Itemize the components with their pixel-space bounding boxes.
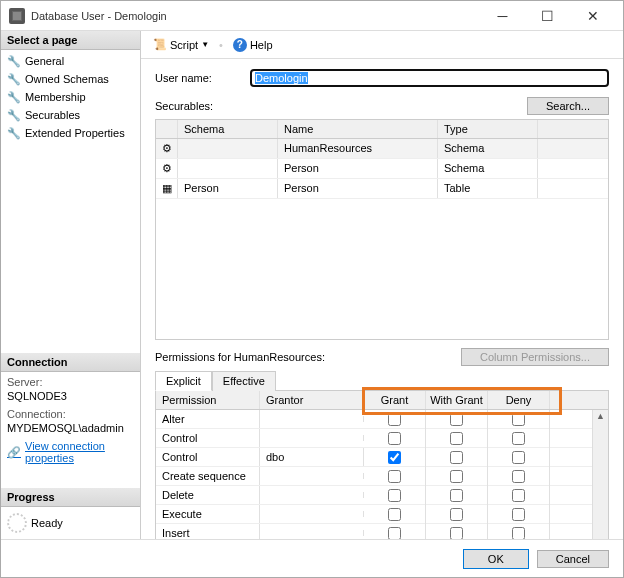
view-connection-properties-link[interactable]: 🔗View connection properties	[1, 438, 140, 466]
ok-button[interactable]: OK	[463, 549, 529, 569]
page-securables[interactable]: 🔧Securables	[1, 106, 140, 124]
permission-row[interactable]: Insert	[156, 524, 592, 539]
column-permissions-button: Column Permissions...	[461, 348, 609, 366]
footer: OK Cancel	[1, 539, 623, 577]
svg-rect-1	[13, 12, 21, 20]
connection-icon: 🔗	[7, 445, 21, 459]
with-grant-checkbox[interactable]	[450, 432, 463, 445]
with-grant-checkbox[interactable]	[450, 508, 463, 521]
permission-row[interactable]: Create sequence	[156, 467, 592, 486]
schema-icon: ⚙	[156, 159, 178, 178]
window-title: Database User - Demologin	[31, 10, 480, 22]
deny-checkbox[interactable]	[512, 508, 525, 521]
securable-row[interactable]: ⚙PersonSchema	[156, 159, 608, 179]
help-icon: ?	[233, 38, 247, 52]
tab-effective[interactable]: Effective	[212, 371, 276, 391]
with-grant-checkbox[interactable]	[450, 451, 463, 464]
permission-tabs: Explicit Effective	[155, 370, 609, 391]
col-type[interactable]: Type	[438, 120, 538, 138]
with-grant-checkbox[interactable]	[450, 470, 463, 483]
wrench-icon: 🔧	[7, 108, 21, 122]
wrench-icon: 🔧	[7, 72, 21, 86]
connection-value: MYDEMOSQL\adadmin	[1, 422, 140, 438]
script-icon: 📜	[153, 38, 167, 51]
scrollbar[interactable]: ▲ ▼	[592, 410, 608, 539]
securables-grid: Schema Name Type ⚙HumanResourcesSchema⚙P…	[155, 119, 609, 340]
permission-row[interactable]: Controldbo	[156, 448, 592, 467]
deny-checkbox[interactable]	[512, 489, 525, 502]
pages-header: Select a page	[1, 31, 140, 50]
progress-status: Ready	[31, 517, 63, 529]
server-value: SQLNODE3	[1, 390, 140, 406]
cancel-button[interactable]: Cancel	[537, 550, 609, 568]
col-name[interactable]: Name	[278, 120, 438, 138]
grant-checkbox[interactable]	[388, 508, 401, 521]
username-label: User name:	[155, 72, 250, 84]
permission-row[interactable]: Delete	[156, 486, 592, 505]
maximize-button[interactable]: ☐	[525, 1, 570, 30]
col-grant[interactable]: Grant	[364, 391, 426, 409]
with-grant-checkbox[interactable]	[450, 413, 463, 426]
connection-label: Connection:	[1, 406, 140, 422]
with-grant-checkbox[interactable]	[450, 527, 463, 540]
progress-spinner-icon	[7, 513, 27, 533]
grant-checkbox[interactable]	[388, 527, 401, 540]
close-button[interactable]: ✕	[570, 1, 615, 30]
username-input[interactable]	[250, 69, 609, 87]
securable-row[interactable]: ▦PersonPersonTable	[156, 179, 608, 199]
permission-row[interactable]: Control	[156, 429, 592, 448]
permissions-label: Permissions for HumanResources:	[155, 351, 325, 363]
permissions-grid: Permission Grantor Grant With Grant Deny…	[155, 391, 609, 539]
app-icon	[9, 8, 25, 24]
with-grant-checkbox[interactable]	[450, 489, 463, 502]
deny-checkbox[interactable]	[512, 432, 525, 445]
grant-checkbox[interactable]	[388, 432, 401, 445]
scroll-up-icon[interactable]: ▲	[596, 410, 605, 422]
deny-checkbox[interactable]	[512, 527, 525, 540]
securables-label: Securables:	[155, 100, 213, 112]
chevron-down-icon: ▼	[201, 40, 209, 49]
help-button[interactable]: ? Help	[229, 36, 277, 54]
col-schema[interactable]: Schema	[178, 120, 278, 138]
page-general[interactable]: 🔧General	[1, 52, 140, 70]
progress-header: Progress	[1, 488, 140, 507]
deny-checkbox[interactable]	[512, 413, 525, 426]
table-icon: ▦	[156, 179, 178, 198]
content: 📜 Script ▼ • ? Help User name: Securable…	[141, 31, 623, 539]
grant-checkbox[interactable]	[388, 470, 401, 483]
col-grantor[interactable]: Grantor	[260, 391, 364, 409]
deny-checkbox[interactable]	[512, 470, 525, 483]
col-permission[interactable]: Permission	[156, 391, 260, 409]
toolbar: 📜 Script ▼ • ? Help	[141, 31, 623, 59]
schema-icon: ⚙	[156, 139, 178, 158]
deny-checkbox[interactable]	[512, 451, 525, 464]
permission-row[interactable]: Alter	[156, 410, 592, 429]
server-label: Server:	[1, 374, 140, 390]
page-owned-schemas[interactable]: 🔧Owned Schemas	[1, 70, 140, 88]
minimize-button[interactable]: ─	[480, 1, 525, 30]
wrench-icon: 🔧	[7, 54, 21, 68]
page-membership[interactable]: 🔧Membership	[1, 88, 140, 106]
wrench-icon: 🔧	[7, 126, 21, 140]
script-button[interactable]: 📜 Script ▼	[149, 36, 213, 53]
securable-row[interactable]: ⚙HumanResourcesSchema	[156, 139, 608, 159]
col-deny[interactable]: Deny	[488, 391, 550, 409]
grant-checkbox[interactable]	[388, 489, 401, 502]
connection-header: Connection	[1, 353, 140, 372]
grant-checkbox[interactable]	[388, 451, 401, 464]
search-button[interactable]: Search...	[527, 97, 609, 115]
permission-row[interactable]: Execute	[156, 505, 592, 524]
wrench-icon: 🔧	[7, 90, 21, 104]
sidebar: Select a page 🔧General 🔧Owned Schemas 🔧M…	[1, 31, 141, 539]
tab-explicit[interactable]: Explicit	[155, 371, 212, 391]
col-with-grant[interactable]: With Grant	[426, 391, 488, 409]
titlebar: Database User - Demologin ─ ☐ ✕	[1, 1, 623, 31]
grant-checkbox[interactable]	[388, 413, 401, 426]
page-extended-properties[interactable]: 🔧Extended Properties	[1, 124, 140, 142]
